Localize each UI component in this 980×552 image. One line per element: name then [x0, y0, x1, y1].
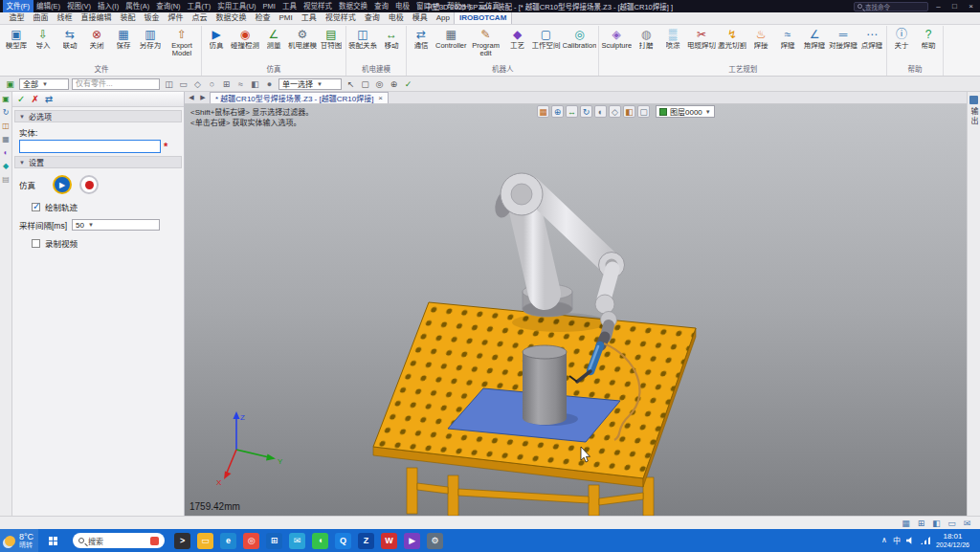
message-icon[interactable]: ✉	[962, 518, 972, 528]
filter-edge-icon[interactable]: ▭	[177, 77, 189, 90]
ribbon-button[interactable]: ▒ 喷涂	[659, 26, 686, 64]
menu-item[interactable]: 视图(V)	[64, 0, 95, 12]
part-filter-input[interactable]	[72, 78, 160, 90]
menu-item[interactable]: 文件(F)	[3, 0, 33, 12]
required-section-header[interactable]: ▼ 必选项	[14, 110, 182, 122]
filter-all-icon[interactable]: ●	[263, 77, 276, 90]
qq-app-icon[interactable]: Q	[335, 533, 351, 549]
menu-item[interactable]: 插入(I)	[95, 0, 122, 12]
ribbon-button[interactable]: ? 帮助	[915, 26, 942, 64]
zoom-fit-icon[interactable]: ⊕	[551, 105, 564, 118]
section-view-icon[interactable]: ◧	[623, 105, 635, 118]
ribbon-button[interactable]: ◆ 工艺	[504, 26, 531, 64]
store-app-icon[interactable]: ⊞	[266, 533, 282, 549]
ribbon-button[interactable]: ✂ 电缆焊切	[686, 26, 717, 64]
command-search-input[interactable]: 查找命令	[854, 2, 928, 11]
manager-tab-icon[interactable]: ▣	[1, 95, 11, 104]
filter-plane-icon[interactable]: ◧	[249, 77, 261, 90]
ribbon-button[interactable]: ◈ Sculpture	[600, 26, 633, 64]
ribbon-button[interactable]: ⚙ 机电建模	[287, 26, 318, 64]
draw-track-checkbox[interactable]	[32, 203, 40, 211]
filter-assembly-icon[interactable]: ⊞	[220, 77, 233, 90]
ribbon-tab[interactable]: PMI	[275, 12, 297, 24]
settings-section-header[interactable]: ▼ 设置	[14, 156, 182, 168]
menu-item[interactable]: 视觉样式	[300, 0, 335, 12]
menu-item[interactable]: 数据交换	[335, 0, 370, 12]
settings-app-icon[interactable]: ⚙	[427, 533, 443, 549]
record-video-checkbox[interactable]	[32, 239, 40, 248]
ribbon-button[interactable]: ▤ 甘特图	[318, 26, 345, 64]
ribbon-button[interactable]: ⇄ 通信	[408, 26, 434, 64]
ribbon-button[interactable]: ↯ 激光切割	[717, 26, 747, 64]
rotate-view-icon[interactable]: ↻	[580, 105, 592, 118]
wechat-app-icon[interactable]: ◖	[312, 533, 328, 549]
filter-point-icon[interactable]: ○	[206, 77, 218, 90]
ribbon-button[interactable]: ▦ 保存	[110, 26, 137, 64]
edge-app-icon[interactable]: e	[220, 533, 236, 549]
pan-icon[interactable]: ↔	[566, 105, 578, 118]
lasso-select-icon[interactable]: ◎	[373, 77, 386, 90]
menu-item[interactable]: 查询	[370, 0, 391, 12]
ribbon-tab[interactable]: 直接编辑	[77, 12, 116, 24]
ribbon-button[interactable]: ◍ 打磨	[633, 26, 659, 64]
document-tab[interactable]: * 越疆CR10型号焊接场景.Z3 - [越疆CR10焊接] ×	[210, 92, 389, 103]
start-button[interactable]	[38, 529, 67, 552]
role-tab-icon[interactable]: ◆	[1, 162, 11, 171]
entity-input[interactable]	[19, 140, 161, 153]
filter-curve-icon[interactable]: ≈	[234, 77, 247, 90]
ribbon-button[interactable]: ⇩ 导入	[30, 26, 56, 64]
ribbon-tab[interactable]: 钣金	[140, 12, 164, 24]
visual-tab-icon[interactable]: ◐	[1, 148, 11, 158]
office-app-icon[interactable]: W	[381, 533, 397, 549]
play-simulation-button[interactable]: ▶	[53, 175, 72, 194]
menu-item[interactable]: 编辑(E)	[33, 0, 64, 12]
filter-shape-icon[interactable]: ◫	[163, 77, 175, 90]
ribbon-tab[interactable]: IROBOTCAM	[454, 11, 511, 24]
ribbon-button[interactable]: ♨ 焊接	[747, 26, 774, 64]
chrome-app-icon[interactable]: ◎	[243, 533, 259, 549]
units-icon[interactable]: ▭	[947, 518, 957, 528]
interval-combo[interactable]: 50▼	[72, 219, 160, 231]
tray-expand-icon[interactable]: ∧	[881, 536, 887, 544]
filter-face-icon[interactable]: ◇	[191, 77, 204, 90]
ribbon-tab[interactable]: 查询	[360, 12, 384, 24]
ribbon-button[interactable]: ⊗ 关闭	[83, 26, 110, 64]
taskbar-clock[interactable]: 18:01 2024/12/26	[936, 532, 969, 548]
ribbon-tab[interactable]: 造型	[5, 12, 29, 24]
ribbon-button[interactable]: ▣ 模型库	[3, 26, 30, 64]
ribbon-button[interactable]: ⇆ 联动	[56, 26, 83, 64]
ribbon-tab[interactable]: 数据交换	[212, 12, 251, 24]
confirm-icon[interactable]: ✓	[17, 92, 25, 107]
ribbon-button[interactable]: ◎ Calibration	[562, 26, 598, 64]
weather-widget[interactable]: 8°C 晴转	[0, 529, 38, 552]
ribbon-button[interactable]: ∠ 测量	[260, 26, 287, 64]
ribbon-button[interactable]: ◫ 装配关系	[347, 26, 378, 64]
taskbar-search-input[interactable]: 搜索	[73, 533, 165, 548]
tab-nav-left-icon[interactable]: ◀	[187, 92, 196, 103]
multi-select-icon[interactable]: ⊕	[388, 77, 400, 90]
snap-toggle-icon[interactable]: ⊞	[916, 518, 926, 528]
ribbon-tab[interactable]: 曲面	[29, 12, 53, 24]
attribute-tab-icon[interactable]: ▤	[1, 175, 11, 185]
volume-icon[interactable]	[906, 536, 915, 544]
entity-filter-icon[interactable]: ▣	[4, 77, 16, 90]
ribbon-tab[interactable]: 电极	[384, 12, 408, 24]
3d-scene[interactable]: Z Y X	[185, 104, 967, 516]
close-button[interactable]: ×	[965, 0, 977, 12]
menu-item[interactable]: 查询(N)	[153, 0, 184, 12]
menu-item[interactable]: PMI	[259, 0, 278, 12]
ribbon-tab[interactable]: 焊件	[164, 12, 188, 24]
media-app-icon[interactable]: ▶	[404, 533, 420, 549]
ribbon-button[interactable]: ✎ Program edit	[468, 26, 504, 64]
layer-combo[interactable]: 图层0000 ▼	[656, 105, 715, 118]
ribbon-button[interactable]: ▦ Controller	[434, 26, 468, 64]
ribbon-button[interactable]: ▢ 工作空间	[531, 26, 562, 64]
view-tab-icon[interactable]: ▦	[1, 135, 11, 144]
network-icon[interactable]	[921, 537, 930, 544]
explorer-app-icon[interactable]: ▭	[197, 533, 213, 549]
minimize-button[interactable]: –	[932, 0, 945, 12]
selection-mode-combo[interactable]: 单一选择▼	[278, 78, 342, 90]
menu-item[interactable]: 属性(A)	[122, 0, 153, 12]
tab-close-icon[interactable]: ×	[378, 94, 383, 102]
maximize-button[interactable]: □	[948, 0, 961, 12]
